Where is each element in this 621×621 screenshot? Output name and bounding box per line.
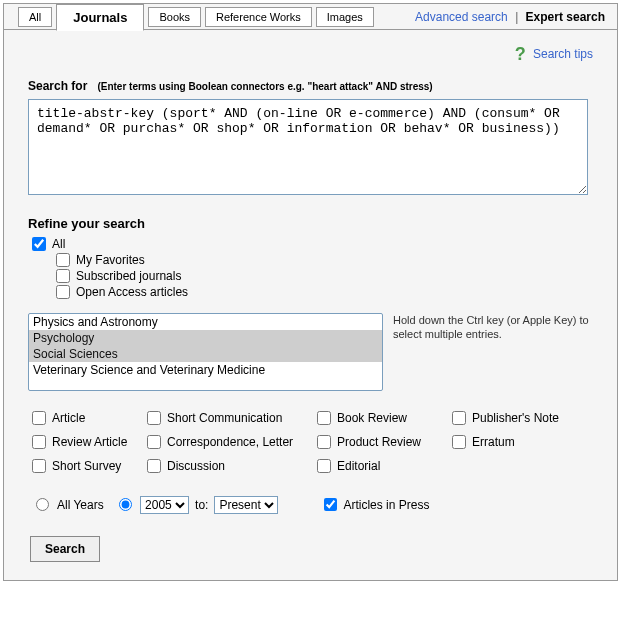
type-editorial-checkbox[interactable] [317, 459, 331, 473]
subject-option[interactable]: Veterinary Science and Veterinary Medici… [29, 362, 382, 378]
refine-all-row: All [32, 237, 593, 251]
type-pub-note-label: Publisher's Note [472, 411, 559, 425]
search-query-textarea[interactable]: title-abstr-key (sport* AND (on-line OR … [28, 99, 588, 195]
type-book-review-label: Book Review [337, 411, 407, 425]
refine-all-label: All [52, 237, 65, 251]
search-hint: (Enter terms using Boolean connectors e.… [97, 81, 432, 92]
type-short-survey-label: Short Survey [52, 459, 121, 473]
search-button[interactable]: Search [30, 536, 100, 562]
subject-listbox[interactable]: Physics and Astronomy Psychology Social … [28, 313, 383, 391]
subject-option[interactable]: Physics and Astronomy [29, 314, 382, 330]
type-erratum-checkbox[interactable] [452, 435, 466, 449]
doc-type-grid: Article Short Communication Book Review … [32, 409, 593, 475]
refine-all-checkbox[interactable] [32, 237, 46, 251]
search-panel: All Journals Books Reference Works Image… [3, 3, 618, 581]
articles-in-press-checkbox[interactable] [324, 498, 337, 511]
type-corr-letter-label: Correspondence, Letter [167, 435, 293, 449]
tab-books[interactable]: Books [148, 7, 201, 27]
type-discussion-checkbox[interactable] [147, 459, 161, 473]
type-discussion-label: Discussion [167, 459, 225, 473]
refine-favorites-checkbox[interactable] [56, 253, 70, 267]
refine-subscribed-checkbox[interactable] [56, 269, 70, 283]
search-mode-links: Advanced search | Expert search [415, 10, 617, 24]
refine-openaccess-row: Open Access articles [56, 285, 593, 299]
refine-subscribed-label: Subscribed journals [76, 269, 181, 283]
subject-option[interactable]: Social Sciences [29, 346, 382, 362]
type-review-article-label: Review Article [52, 435, 127, 449]
expert-search-link[interactable]: Expert search [526, 10, 605, 24]
advanced-search-link[interactable]: Advanced search [415, 10, 508, 24]
year-from-select[interactable]: 2005 [140, 496, 189, 514]
type-erratum-label: Erratum [472, 435, 515, 449]
refine-openaccess-checkbox[interactable] [56, 285, 70, 299]
year-to-label: to: [195, 498, 208, 512]
refine-subscribed-row: Subscribed journals [56, 269, 593, 283]
year-row: All Years 2005 to: Present Articles in P… [36, 495, 593, 514]
all-years-label: All Years [57, 498, 104, 512]
subject-multi-hint: Hold down the Ctrl key (or Apple Key) to… [393, 313, 593, 391]
year-range-radio[interactable] [119, 498, 132, 511]
type-short-comm-label: Short Communication [167, 411, 282, 425]
type-product-review-checkbox[interactable] [317, 435, 331, 449]
tab-reference-works[interactable]: Reference Works [205, 7, 312, 27]
tab-journals[interactable]: Journals [56, 4, 144, 31]
subject-row: Physics and Astronomy Psychology Social … [28, 313, 593, 391]
refine-favorites-label: My Favorites [76, 253, 145, 267]
type-article-checkbox[interactable] [32, 411, 46, 425]
type-short-survey-checkbox[interactable] [32, 459, 46, 473]
type-product-review-label: Product Review [337, 435, 421, 449]
type-short-comm-checkbox[interactable] [147, 411, 161, 425]
tab-images[interactable]: Images [316, 7, 374, 27]
search-tips-link[interactable]: Search tips [533, 47, 593, 61]
type-editorial-label: Editorial [337, 459, 380, 473]
tab-bar: All Journals Books Reference Works Image… [4, 4, 617, 30]
type-review-article-checkbox[interactable] [32, 435, 46, 449]
subject-option[interactable]: Psychology [29, 330, 382, 346]
all-years-radio[interactable] [36, 498, 49, 511]
help-icon: ? [515, 44, 526, 64]
refine-favorites-row: My Favorites [56, 253, 593, 267]
type-corr-letter-checkbox[interactable] [147, 435, 161, 449]
type-article-label: Article [52, 411, 85, 425]
type-pub-note-checkbox[interactable] [452, 411, 466, 425]
refine-openaccess-label: Open Access articles [76, 285, 188, 299]
search-label-row: Search for (Enter terms using Boolean co… [28, 79, 593, 93]
refine-heading: Refine your search [28, 216, 593, 231]
year-to-select[interactable]: Present [214, 496, 278, 514]
separator: | [515, 10, 518, 24]
search-for-label: Search for [28, 79, 87, 93]
search-tips-row: ? Search tips [28, 44, 593, 65]
articles-in-press-label: Articles in Press [343, 498, 429, 512]
tab-all[interactable]: All [18, 7, 52, 27]
form-body: ? Search tips Search for (Enter terms us… [4, 30, 617, 580]
type-book-review-checkbox[interactable] [317, 411, 331, 425]
